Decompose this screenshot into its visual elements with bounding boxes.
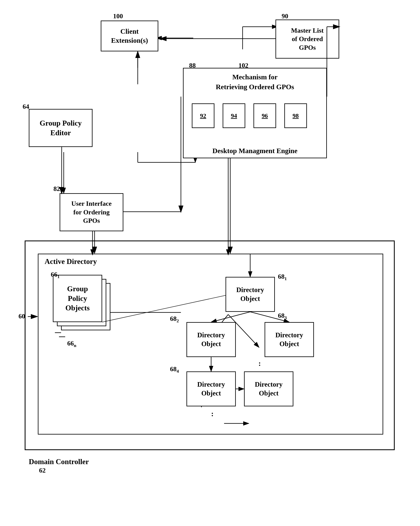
dir-obj-68-3-label: DirectoryObject	[276, 331, 303, 348]
ref-102: 102	[238, 62, 248, 69]
ref-64: 64	[23, 103, 29, 110]
group-policy-objects-label: GroupPolicyObjects	[65, 284, 90, 313]
dots-vertical: :	[211, 409, 214, 418]
svg-line-18	[211, 312, 250, 322]
group-policy-editor-box: Group PolicyEditor	[29, 109, 92, 147]
active-directory-label: Active Directory	[45, 257, 97, 266]
gpo-stack-front: GroupPolicyObjects	[53, 275, 102, 322]
group-policy-editor-label: Group PolicyEditor	[40, 118, 82, 138]
master-list-box: Master Listof OrderedGPOs	[276, 20, 339, 59]
ref-82: 82	[53, 185, 60, 192]
domain-controller-label: Domain Controller	[29, 457, 89, 466]
dir-obj-68-2-label: DirectoryObject	[197, 331, 225, 348]
ui-ordering-label: User Interfacefor OrderingGPOs	[71, 199, 112, 225]
sub-box-94: 94	[223, 103, 245, 128]
ref-68-3-label: 683	[278, 312, 287, 320]
sub-box-96: 96	[254, 103, 276, 128]
dir-obj-68-1-box: DirectoryObject	[225, 277, 275, 312]
ref-60: 60	[19, 313, 25, 320]
sub-box-98: 98	[284, 103, 307, 128]
dir-obj-68-p-label: DirectoryObject	[255, 380, 283, 398]
dir-obj-68-3-box: DirectoryObject	[265, 322, 314, 357]
dir-obj-68-4-box: DirectoryObject	[186, 371, 236, 406]
ui-ordering-box: User Interfacefor OrderingGPOs	[60, 193, 123, 231]
ref-68-4: 684	[170, 365, 179, 374]
ref-68-1: 681	[278, 273, 287, 281]
ref-66-1: 661	[51, 271, 60, 279]
sub-box-92: 92	[192, 103, 215, 128]
svg-line-22	[102, 295, 225, 322]
dir-obj-68-4-label: DirectoryObject	[197, 380, 225, 398]
dir-obj-68-1-label: DirectoryObject	[236, 285, 264, 303]
client-extensions-label: ClientExtension(s)	[111, 27, 148, 45]
ref-68-2: 682	[170, 315, 179, 324]
active-directory-box: Active Directory GroupPolicyObjects 661 …	[38, 254, 383, 435]
mechanism-label: Mechanism forRetrieving Ordered GPOs	[184, 72, 326, 92]
client-extensions-box: ClientExtension(s)	[101, 20, 158, 51]
master-list-label: Master Listof OrderedGPOs	[291, 26, 324, 52]
ref-62: 62	[39, 467, 46, 474]
diagram-container: 100 ClientExtension(s) 90 Master Listof …	[12, 8, 403, 518]
dir-obj-68-2-box: DirectoryObject	[186, 322, 236, 357]
ref-66n: 66n	[67, 340, 76, 348]
ref-90: 90	[282, 12, 288, 20]
domain-controller-box: Active Directory GroupPolicyObjects 661 …	[25, 241, 395, 450]
dme-label: Desktop Managment Engine	[184, 147, 326, 155]
dots-diagonal: :	[258, 359, 261, 368]
dir-obj-68-p-box: DirectoryObject	[244, 371, 293, 406]
dme-outer-box: Mechanism forRetrieving Ordered GPOs 92 …	[183, 68, 327, 158]
ref-100: 100	[113, 12, 123, 20]
